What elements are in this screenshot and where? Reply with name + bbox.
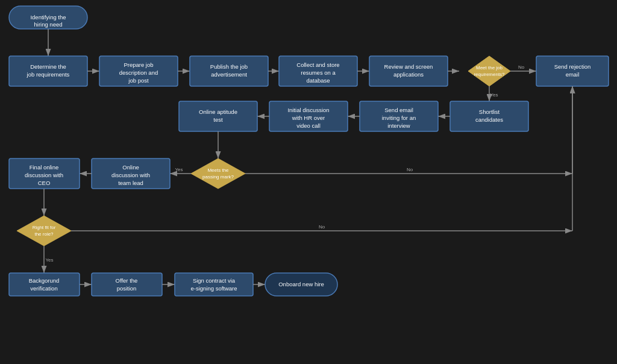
d1-label1: Meet the job — [476, 65, 503, 71]
n5-label2: applications — [393, 71, 424, 78]
n8-label1: Send email — [384, 107, 413, 113]
n6-label1: Send rejection — [554, 63, 591, 70]
yes-label-d2: Yes — [175, 167, 183, 172]
n2-label2: description and — [119, 69, 158, 76]
n14-label1: Offer the — [116, 277, 138, 284]
n6-label2: email — [566, 71, 580, 78]
start-label: Identifying the — [30, 14, 66, 20]
start-label2: hiring need — [34, 21, 62, 28]
d2-label1: Meets the — [207, 168, 229, 173]
n12-label2: discussion with — [25, 172, 63, 178]
n5-label1: Review and screen — [384, 63, 433, 70]
n9-label1: Initial discussion — [287, 107, 329, 113]
n1-label2: job requirements — [27, 71, 70, 78]
n12-label3: CEO — [38, 180, 51, 186]
n13-label2: verification — [30, 285, 57, 292]
n8-label3: interview — [387, 122, 410, 129]
n10-label2: test — [213, 116, 223, 123]
n3-label2: advertisement — [211, 71, 247, 78]
n16-label: Onboard new hire — [278, 281, 324, 287]
n12-label1: Final online — [30, 164, 59, 171]
d3-label1: Right fit for — [33, 225, 56, 230]
diamond-d3 — [17, 216, 71, 246]
n11-label2: discussion with — [111, 172, 150, 178]
yes-label-d1: Yes — [490, 92, 498, 98]
n7-label2: candidates — [475, 116, 503, 123]
no-label-d3: No — [319, 224, 325, 230]
d1-label2: requirements? — [474, 72, 505, 77]
n4-label2: resumes on a — [301, 69, 336, 76]
no-label-d2: No — [407, 167, 413, 172]
n1-label1: Determine the — [30, 63, 66, 70]
n11-label1: Online — [122, 164, 139, 171]
n9-label2: with HR over — [292, 115, 325, 121]
diamond-d2 — [191, 158, 245, 189]
d3-label2: the role? — [34, 231, 54, 237]
n14-label2: position — [117, 285, 137, 292]
n2-label3: job post — [128, 77, 149, 84]
n2-label1: Prepare job — [124, 61, 153, 68]
yes-label-d3: Yes — [45, 257, 53, 263]
n8-label2: inviting for an — [382, 115, 416, 121]
d2-label2: passing mark? — [202, 174, 234, 180]
n15-label2: e-signing software — [190, 285, 237, 292]
flowchart: Identifying the hiring need Determine th… — [0, 0, 617, 364]
n4-label3: database — [306, 77, 330, 84]
n13-label1: Backgorund — [29, 277, 60, 284]
n7-label1: Shortlist — [479, 108, 500, 115]
n3-label1: Publish the job — [210, 63, 248, 70]
no-label-d1: No — [518, 64, 525, 70]
n10-label1: Online aptitude — [199, 108, 237, 115]
n9-label3: video call — [296, 122, 321, 129]
n11-label3: team lead — [118, 180, 143, 186]
n15-label1: Sign contract via — [193, 277, 236, 284]
diamond-d1 — [468, 56, 510, 86]
n4-label1: Collect and store — [296, 61, 339, 68]
